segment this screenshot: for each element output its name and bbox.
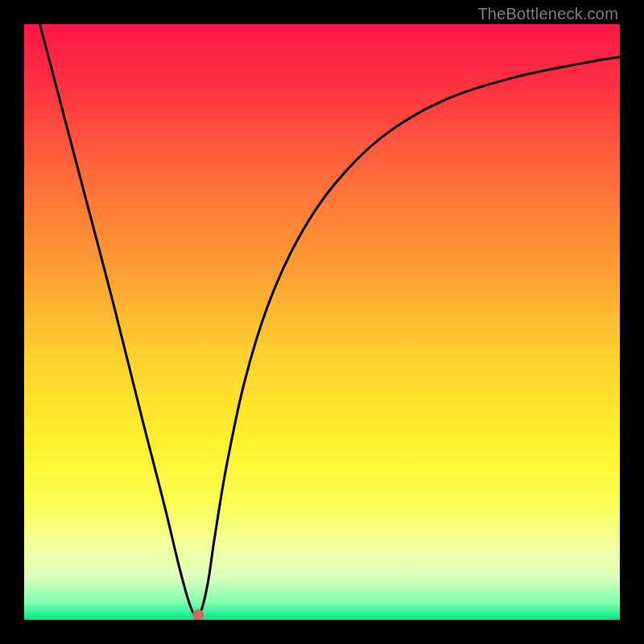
watermark-text: TheBottleneck.com (477, 5, 618, 23)
plot-area (24, 24, 620, 620)
chart-frame: TheBottleneck.com (0, 0, 644, 644)
optimum-marker (192, 609, 204, 620)
bottleneck-curve (24, 24, 620, 620)
